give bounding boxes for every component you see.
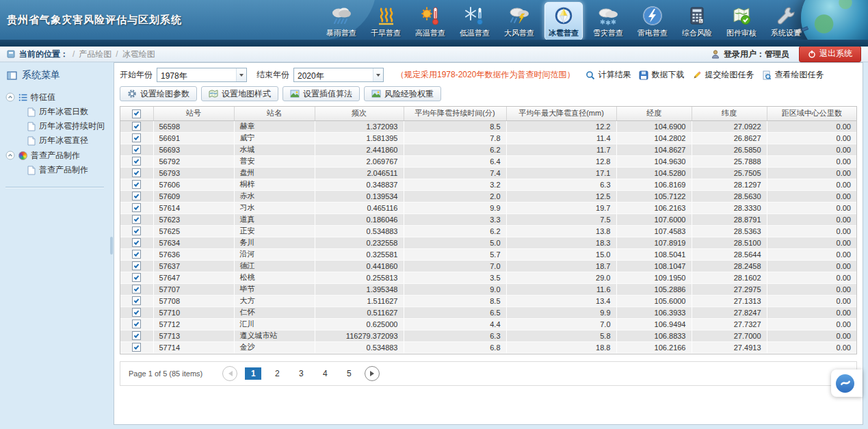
- set-interpolation-button[interactable]: 设置插值算法: [282, 86, 360, 101]
- prev-page-button[interactable]: [222, 366, 237, 381]
- row-checkbox[interactable]: [132, 168, 141, 177]
- nav-item-hail[interactable]: 冰雹普查: [544, 2, 583, 40]
- cell-frequency: 0.465116: [315, 202, 404, 213]
- cell-station-name: 桐梓: [234, 179, 315, 190]
- nav-item-snow-disaster[interactable]: 雪灾普查: [589, 2, 627, 40]
- cell-latitude: 27.4913: [692, 341, 767, 353]
- submit-plot-task-link[interactable]: 提交绘图任务: [692, 69, 754, 81]
- column-header-avg-max-hail-diameter[interactable]: 平均年最大降雹直径(mm): [506, 107, 616, 120]
- row-checkbox[interactable]: [132, 133, 141, 142]
- nav-item-strong-wind[interactable]: 大风普查: [500, 2, 538, 40]
- row-checkbox[interactable]: [132, 261, 141, 270]
- row-checkbox[interactable]: [132, 157, 141, 166]
- collapse-circle-icon[interactable]: [5, 151, 15, 160]
- cell-station-id: 56598: [153, 120, 234, 132]
- risk-weight-button[interactable]: 风险经验权重: [364, 86, 441, 101]
- row-select-cell: [120, 248, 153, 260]
- cell-longitude: 106.8833: [616, 330, 692, 341]
- nav-item-system-settings[interactable]: 系统设置: [767, 2, 805, 40]
- column-header-distance-to-center[interactable]: 距区域中心公里数: [767, 107, 856, 120]
- end-year-select[interactable]: 2020年: [293, 68, 384, 82]
- breadcrumb-item-product-plot[interactable]: 产品绘图: [79, 49, 111, 60]
- row-select-cell: [120, 190, 153, 202]
- cell-station-name: 松桃: [234, 272, 315, 283]
- set-plot-params-button[interactable]: 设置绘图参数: [120, 86, 197, 101]
- row-checkbox[interactable]: [132, 180, 141, 189]
- nav-item-rainstorm[interactable]: 暴雨普查: [322, 2, 360, 40]
- sidebar-item-census-product-making[interactable]: 普查产品制作: [5, 163, 109, 177]
- row-checkbox[interactable]: [132, 215, 141, 224]
- row-checkbox[interactable]: [132, 238, 141, 247]
- cell-station-id: 56793: [153, 167, 234, 179]
- table-row: 57710仁怀0.5116276.59.9106.393327.82470.00: [120, 307, 856, 318]
- start-year-select[interactable]: 1978年: [157, 68, 247, 82]
- sidebar-item-label: 普查产品制作: [39, 164, 88, 176]
- select-all-checkbox[interactable]: [132, 109, 141, 118]
- cell-station-name: 金沙: [234, 341, 315, 353]
- row-checkbox[interactable]: [132, 296, 141, 305]
- cell-frequency: 1.581395: [315, 132, 404, 144]
- nav-item-drought[interactable]: 干旱普查: [367, 2, 405, 40]
- page-button-2[interactable]: 2: [269, 367, 285, 380]
- next-page-button[interactable]: [365, 366, 380, 381]
- table-row: 57712汇川0.6250004.47.0106.949427.73270.00: [120, 318, 856, 330]
- save-icon: [639, 70, 648, 80]
- cell-frequency: 0.325581: [315, 248, 404, 260]
- row-checkbox[interactable]: [132, 226, 141, 235]
- nav-item-low-temp[interactable]: 低温普查: [456, 2, 494, 40]
- table-row: 57636沿河0.3255815.715.0108.504128.56440.0…: [120, 248, 856, 260]
- nav-item-map-review[interactable]: 图件审核: [722, 2, 761, 40]
- row-checkbox[interactable]: [132, 192, 141, 200]
- nav-item-lightning[interactable]: 雷电普查: [633, 2, 672, 40]
- view-plot-tasks-link[interactable]: 查看绘图任务: [762, 69, 824, 81]
- row-select-cell: [120, 295, 153, 307]
- column-header-longitude[interactable]: 经度: [616, 107, 692, 120]
- row-checkbox[interactable]: [132, 273, 141, 282]
- row-checkbox[interactable]: [132, 331, 141, 340]
- splitter-handle[interactable]: [110, 237, 113, 255]
- sidebar-group-feature-values[interactable]: 特征值: [5, 90, 109, 105]
- row-checkbox[interactable]: [132, 320, 141, 328]
- collapse-circle-icon[interactable]: [5, 92, 15, 102]
- nav-label: 图件审核: [726, 28, 757, 38]
- page-button-1[interactable]: 1: [245, 367, 261, 380]
- location-icon: [7, 50, 15, 58]
- sidebar-item-hail-diameter[interactable]: 历年冰雹直径: [5, 133, 109, 148]
- page-button-3[interactable]: 3: [293, 367, 309, 380]
- cell-latitude: 25.7888: [692, 155, 767, 167]
- cell-latitude: 28.5644: [692, 248, 767, 260]
- data-download-link[interactable]: 数据下载: [639, 69, 684, 81]
- rainstorm-icon: [330, 5, 352, 27]
- nav-item-high-temp[interactable]: 高温普查: [411, 2, 449, 40]
- row-checkbox[interactable]: [132, 203, 141, 212]
- breadcrumb-item-hail-plot[interactable]: 冰雹绘图: [122, 49, 155, 60]
- column-header-latitude[interactable]: 纬度: [692, 107, 767, 120]
- sidebar-item-hail-duration[interactable]: 历年冰雹持续时间: [5, 119, 109, 133]
- calc-result-link[interactable]: 计算结果: [586, 69, 631, 81]
- page-button-4[interactable]: 4: [317, 367, 333, 380]
- logout-button[interactable]: 退出系统: [799, 46, 861, 62]
- table-row: 57614习水0.4651169.919.7106.216328.33300.0…: [120, 202, 856, 213]
- row-checkbox[interactable]: [132, 285, 141, 294]
- nav-item-composite-risk[interactable]: fx 综合风险: [678, 2, 716, 40]
- column-header-station-name[interactable]: 站名: [234, 107, 315, 120]
- row-select-cell: [120, 132, 153, 144]
- page-button-5[interactable]: 5: [341, 367, 357, 380]
- sidebar-group-census-products[interactable]: 普查产品制作: [5, 148, 109, 163]
- floating-widget[interactable]: [831, 369, 863, 397]
- column-header-avg-hail-duration[interactable]: 平均年降雹持续时间(分): [404, 107, 506, 120]
- row-checkbox[interactable]: [132, 122, 141, 131]
- table-row: 56693水城2.4418606.211.7104.862726.58500.0…: [120, 144, 856, 155]
- station-grid: 站号 站名 频次 平均年降雹持续时间(分) 平均年最大降雹直径(mm) 经度 纬…: [120, 106, 857, 354]
- column-header-frequency[interactable]: 频次: [315, 107, 404, 120]
- row-checkbox[interactable]: [132, 343, 141, 352]
- sidebar-item-hail-days[interactable]: 历年冰雹日数: [5, 105, 109, 119]
- row-checkbox[interactable]: [132, 250, 141, 259]
- cell-longitude: 106.2163: [616, 202, 692, 213]
- set-map-style-button[interactable]: 设置地图样式: [201, 86, 278, 101]
- cell-distance-to-center: 0.00: [767, 283, 856, 295]
- row-checkbox[interactable]: [132, 145, 141, 154]
- row-checkbox[interactable]: [132, 308, 141, 317]
- column-header-station-id[interactable]: 站号: [153, 107, 234, 120]
- cell-avg-max-hail-diameter: 19.7: [506, 202, 616, 213]
